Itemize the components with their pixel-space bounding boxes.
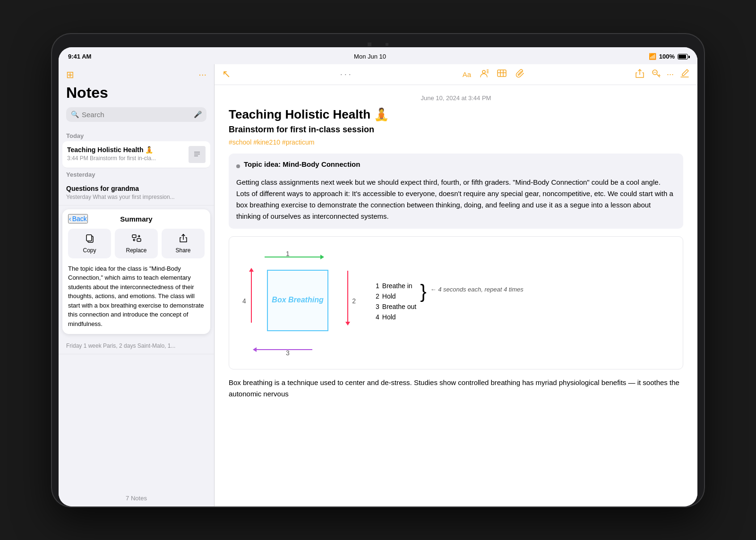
detail-content: June 10, 2024 at 3:44 PM Teaching Holist… bbox=[215, 85, 697, 506]
step-text: Breathe in bbox=[382, 282, 412, 290]
main-content: ⊞ ··· Notes 🔍 🎤 Today bbox=[59, 64, 697, 506]
toolbar-center: Aa bbox=[463, 68, 525, 81]
contacts-button[interactable] bbox=[479, 68, 489, 81]
text-format-button[interactable]: Aa bbox=[463, 70, 471, 78]
svg-rect-6 bbox=[132, 235, 136, 238]
breath-box-label: Box Breathing bbox=[272, 295, 323, 305]
status-bar: 9:41 AM Mon Jun 10 📶 100% bbox=[59, 47, 697, 64]
chevron-left-icon: ‹ bbox=[69, 215, 71, 223]
replace-label: Replace bbox=[126, 247, 146, 254]
step-text: Breathe out bbox=[382, 303, 416, 310]
svg-rect-0 bbox=[193, 150, 201, 159]
summary-title: Summary bbox=[120, 215, 152, 223]
attachment-button[interactable] bbox=[515, 68, 525, 81]
topic-body: Getting class assignments next week but … bbox=[236, 177, 676, 222]
step-num: 1 bbox=[376, 282, 379, 290]
box-diagram: 1 2 3 bbox=[239, 246, 361, 360]
step-item: 1 Breathe in bbox=[376, 282, 416, 290]
summary-actions: Copy bbox=[68, 229, 205, 258]
svg-rect-12 bbox=[498, 70, 506, 77]
summary-text: The topic idea for the class is "Mind-Bo… bbox=[68, 264, 205, 329]
step-text: Hold bbox=[382, 313, 396, 321]
sidebar-toolbar: ⊞ ··· bbox=[59, 64, 214, 84]
ipad-screen: 9:41 AM Mon Jun 10 📶 100% ⊞ ··· Notes bbox=[59, 47, 697, 506]
topic-heading: Topic idea: Mind-Body Connection bbox=[244, 160, 360, 168]
step-item: 3 Breathe out bbox=[376, 303, 416, 310]
list-item[interactable]: Friday 1 week Paris, 2 days Saint-Malo, … bbox=[59, 338, 214, 354]
share-label: Share bbox=[175, 247, 190, 254]
summary-panel: ‹ Back Summary bbox=[62, 209, 210, 334]
section-header-yesterday: Yesterday bbox=[59, 168, 214, 180]
sidebar-more-button[interactable]: ··· bbox=[198, 69, 206, 80]
battery-icon bbox=[678, 54, 688, 60]
list-item[interactable]: Questions for grandma Yesterday What was… bbox=[59, 180, 214, 206]
more-options-button[interactable]: ··· bbox=[667, 69, 674, 79]
arrow-num-4: 4 bbox=[242, 297, 246, 305]
section-header-today: Today bbox=[59, 129, 214, 141]
battery-label: 100% bbox=[659, 53, 675, 60]
sidebar: ⊞ ··· Notes 🔍 🎤 Today bbox=[59, 64, 215, 506]
note-tags: #school #kine210 #practicum bbox=[229, 138, 683, 146]
arrow-num-2: 2 bbox=[352, 297, 356, 305]
toolbar-drag-handle: ··· bbox=[340, 69, 353, 79]
copy-button[interactable]: Copy bbox=[68, 229, 111, 258]
back-button[interactable]: ‹ Back bbox=[68, 214, 88, 223]
note-detail: ↖ ··· Aa bbox=[215, 64, 697, 506]
notes-list: Today Teaching Holistic Health 🧘 3:44 PM… bbox=[59, 129, 214, 490]
note-meta: Yesterday What was your first impression… bbox=[66, 194, 206, 200]
step-item: 2 Hold bbox=[376, 292, 416, 300]
step-num: 2 bbox=[376, 292, 379, 300]
copy-label: Copy bbox=[83, 247, 96, 254]
copy-icon bbox=[85, 233, 94, 245]
mic-icon: 🎤 bbox=[194, 111, 202, 118]
replace-button[interactable]: Replace bbox=[115, 229, 158, 258]
left-arrow bbox=[251, 271, 252, 323]
replace-icon bbox=[132, 233, 141, 245]
share-button[interactable]: Share bbox=[162, 229, 205, 258]
share-icon bbox=[179, 233, 188, 245]
status-icons: 📶 100% bbox=[649, 53, 688, 60]
table-button[interactable] bbox=[497, 68, 507, 81]
note-title: Questions for grandma bbox=[66, 185, 206, 192]
status-time: 9:41 AM bbox=[68, 53, 91, 60]
svg-point-8 bbox=[482, 70, 485, 73]
toolbar-right: ··· bbox=[635, 68, 690, 81]
note-date: June 10, 2024 at 3:44 PM bbox=[229, 94, 683, 102]
topic-block: Topic idea: Mind-Body Connection Getting… bbox=[229, 154, 683, 229]
step-note: ← 4 seconds each, repeat 4 times bbox=[430, 286, 524, 293]
compose-button[interactable] bbox=[679, 68, 690, 81]
note-body-text: Box breathing is a technique used to cen… bbox=[229, 377, 683, 400]
summary-header: ‹ Back Summary bbox=[68, 215, 205, 223]
right-arrow bbox=[347, 271, 348, 323]
step-text: Hold bbox=[382, 292, 396, 300]
status-date: Mon Jun 10 bbox=[354, 53, 386, 60]
find-replace-button[interactable] bbox=[651, 68, 661, 81]
list-item[interactable]: Teaching Holistic Health 🧘 3:44 PM Brain… bbox=[62, 141, 210, 168]
note-meta: 3:44 PM Brainstorm for first in-cla... bbox=[67, 155, 189, 162]
note-thumbnail bbox=[189, 146, 206, 163]
breath-box: Box Breathing bbox=[267, 270, 328, 331]
sidebar-title: Notes bbox=[59, 84, 214, 107]
share-note-button[interactable] bbox=[635, 68, 645, 81]
toolbar-left: ↖ bbox=[222, 68, 231, 80]
ipad-frame: 9:41 AM Mon Jun 10 📶 100% ⊞ ··· Notes bbox=[52, 34, 704, 506]
breathing-diagram: 1 2 3 bbox=[229, 236, 683, 369]
search-bar[interactable]: 🔍 🎤 bbox=[66, 107, 206, 122]
notes-count: 7 Notes bbox=[59, 490, 214, 506]
sidebar-toggle-button[interactable]: ⊞ bbox=[66, 69, 74, 80]
speaker-dot bbox=[386, 43, 388, 46]
svg-rect-5 bbox=[86, 235, 92, 241]
step-num: 3 bbox=[376, 303, 379, 310]
wifi-icon: 📶 bbox=[649, 53, 656, 60]
note-subtitle: Brainstorm for first in-class session bbox=[229, 125, 683, 135]
curly-bracket: } bbox=[420, 282, 426, 301]
arrow-num-3: 3 bbox=[286, 349, 290, 357]
note-main-title: Teaching Holistic Health 🧘 bbox=[229, 107, 683, 122]
top-arrow bbox=[265, 257, 321, 257]
search-input[interactable] bbox=[82, 111, 191, 119]
topic-dot bbox=[236, 164, 240, 168]
back-icon-button[interactable]: ↖ bbox=[222, 68, 231, 80]
bottom-arrow bbox=[256, 349, 312, 350]
note-title: Teaching Holistic Health 🧘 bbox=[67, 146, 189, 154]
detail-toolbar: ↖ ··· Aa bbox=[215, 64, 697, 85]
